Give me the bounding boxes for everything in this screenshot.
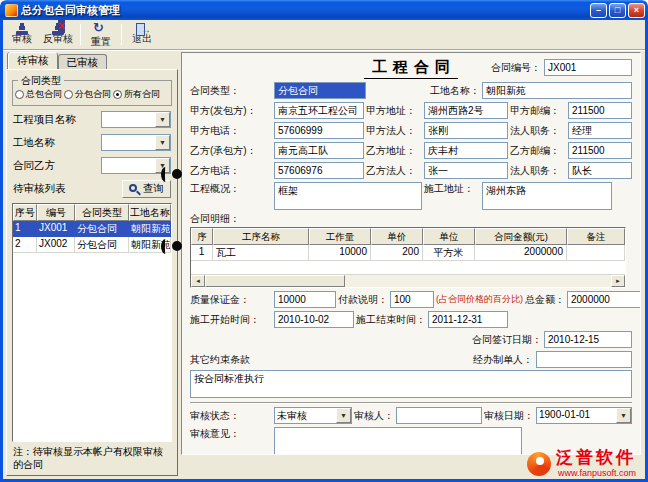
party-b-tel-label: 乙方电话： <box>190 164 272 178</box>
toolbar-separator <box>80 24 81 45</box>
party-b-duty-field[interactable]: 队长 <box>568 162 632 179</box>
review-status-dropdown[interactable]: 未审核 ▼ <box>274 407 352 424</box>
scroll-left-icon[interactable]: ◄ <box>191 275 205 287</box>
detail-row[interactable]: 1 瓦工 10000 200 平方米 2000000 <box>191 245 625 261</box>
party-a-tel-field[interactable]: 57606999 <box>274 122 364 139</box>
review-opinion-label: 审核意见： <box>190 427 272 441</box>
search-button[interactable]: 查询 <box>122 180 171 198</box>
sign-date-field[interactable]: 2010-12-15 <box>544 331 632 348</box>
fanpu-logo-text-group: 泛普软件 www.fanpusoft.com <box>556 449 636 478</box>
row-party-b-1: 乙方(承包方)： 南元高工队 乙方地址： 庆丰村 乙方邮编： 211500 <box>190 142 632 159</box>
party-a-addr-field[interactable]: 湖州西路2号 <box>424 102 508 119</box>
contract-type-radios: 总包合同 分包合同 所有合同 <box>15 88 169 101</box>
party-a-zip-label: 甲方邮编： <box>510 104 566 118</box>
close-button[interactable]: × <box>628 3 645 18</box>
contract-no-field[interactable]: JX001 <box>544 59 632 76</box>
radio-general-contract[interactable]: 总包合同 <box>15 88 62 101</box>
reviewer-field[interactable] <box>396 407 482 424</box>
review-opinion-textarea[interactable] <box>274 427 522 455</box>
detail-col-process: 工序名称 <box>213 228 309 245</box>
tab-pending-audit[interactable]: 待审核 <box>8 52 58 69</box>
detail-col-workload: 工作量 <box>309 228 371 245</box>
detail-cell-no: 1 <box>191 245 213 261</box>
detail-cell-amount: 2000000 <box>475 245 567 261</box>
toolbar-separator <box>121 24 122 45</box>
maker-label: 经办制单人： <box>473 353 533 367</box>
deposit-label: 质量保证金： <box>190 293 272 307</box>
column-header-no: 序号 <box>13 204 37 221</box>
filter-partyb-row: 合同乙方 ▼ <box>13 157 171 174</box>
scrollbar-thumb[interactable] <box>205 275 345 287</box>
party-a-legal-field[interactable]: 张刚 <box>424 122 508 139</box>
exit-button[interactable]: → 退出 <box>125 21 159 48</box>
party-b-legal-field[interactable]: 张一 <box>424 162 508 179</box>
radio-icon <box>15 90 24 99</box>
filter-site-label: 工地名称 <box>13 136 55 150</box>
pending-tab-page: 合同类型 总包合同 分包合同 所有合同 <box>6 69 178 476</box>
radio-label: 总包合同 <box>26 88 62 101</box>
site-label: 工地名称： <box>430 84 480 98</box>
overview-textarea[interactable]: 框架 <box>274 182 422 210</box>
review-date-picker[interactable]: 1900-01-01 ▼ <box>536 407 632 424</box>
overlay-marker-icon <box>161 238 189 254</box>
detail-empty-area <box>191 261 625 274</box>
radio-label: 分包合同 <box>75 88 111 101</box>
cell-site: 朝阳新苑 <box>129 221 171 237</box>
party-a-duty-field[interactable]: 经理 <box>568 122 632 139</box>
app-icon <box>5 4 18 17</box>
payment-note: (占合同价格的百分比) <box>436 293 523 306</box>
party-a-name-label: 甲方(发包方)： <box>190 104 272 118</box>
chevron-down-icon[interactable]: ▼ <box>155 112 170 127</box>
payment-field[interactable]: 100 <box>390 291 434 308</box>
reset-button-label: 重置 <box>91 35 111 49</box>
chevron-down-icon[interactable]: ▼ <box>336 408 351 423</box>
filter-project-row: 工程项目名称 ▼ <box>13 111 171 128</box>
scroll-right-icon[interactable]: ► <box>611 275 625 287</box>
maker-field[interactable] <box>536 351 632 368</box>
party-b-tel-field[interactable]: 57606976 <box>274 162 364 179</box>
detail-col-unit: 单位 <box>423 228 475 245</box>
audit-button[interactable]: 审核 <box>5 21 39 48</box>
other-terms-label: 其它约束条款 <box>190 353 250 367</box>
radio-sub-contract[interactable]: 分包合同 <box>64 88 111 101</box>
titlebar[interactable]: 总分包合同审核管理 – □ × <box>0 0 648 20</box>
site-name-dropdown[interactable]: ▼ <box>101 134 171 151</box>
minimize-button[interactable]: – <box>590 3 607 18</box>
contract-type-field[interactable]: 分包合同 <box>274 82 366 99</box>
deposit-field[interactable]: 10000 <box>274 291 336 308</box>
brand-name: 泛普软件 <box>556 449 636 468</box>
table-row[interactable]: 2 JX002 分包合同 朝阳新苑 <box>13 237 171 253</box>
site-addr-textarea[interactable]: 湖州东路 <box>482 182 612 210</box>
overlay-marker-icon <box>161 166 189 182</box>
end-date-field[interactable]: 2011-12-31 <box>428 311 508 328</box>
detail-horizontal-scrollbar[interactable]: ◄ ► <box>191 274 625 287</box>
table-row-selected[interactable]: 1 JX001 分包合同 朝阳新苑 <box>13 221 171 237</box>
site-field[interactable]: 朝阳新苑 <box>482 82 632 99</box>
scrollbar-track[interactable] <box>345 275 611 287</box>
maximize-button[interactable]: □ <box>609 3 626 18</box>
radio-all-contracts[interactable]: 所有合同 <box>113 88 160 101</box>
row-review: 审核状态： 未审核 ▼ 审核人： 审核日期： 1900-01-01 ▼ <box>190 407 632 424</box>
row-party-a-1: 甲方(发包方)： 南京五环工程公司 甲方地址： 湖州西路2号 甲方邮编： 211… <box>190 102 632 119</box>
contract-type-groupbox: 合同类型 总包合同 分包合同 所有合同 <box>12 80 172 106</box>
dropdown-value <box>102 135 155 150</box>
project-name-dropdown[interactable]: ▼ <box>101 111 171 128</box>
party-b-addr-field[interactable]: 庆丰村 <box>424 142 508 159</box>
party-b-name-field[interactable]: 南元高工队 <box>274 142 364 159</box>
chevron-down-icon[interactable]: ▼ <box>616 408 631 423</box>
party-b-zip-field[interactable]: 211500 <box>568 142 632 159</box>
fanpu-logo-icon <box>527 452 551 476</box>
unaudit-button[interactable]: × 反审核 <box>39 21 77 48</box>
reset-button[interactable]: ↻ 重置 <box>84 21 118 48</box>
column-header-code: 编号 <box>37 204 75 221</box>
sidebar-note: 注：待审核显示本帐户有权限审核的合同 <box>13 446 171 471</box>
start-date-field[interactable]: 2010-10-02 <box>274 311 354 328</box>
window-title: 总分包合同审核管理 <box>21 3 590 18</box>
party-a-name-field[interactable]: 南京五环工程公司 <box>274 102 364 119</box>
chevron-down-icon[interactable]: ▼ <box>155 135 170 150</box>
search-button-label: 查询 <box>143 182 164 196</box>
detail-cell-unitprice: 200 <box>371 245 423 261</box>
total-field[interactable]: 2000000 <box>567 291 641 308</box>
other-terms-textarea[interactable]: 按合同标准执行 <box>190 370 632 398</box>
party-a-zip-field[interactable]: 211500 <box>568 102 632 119</box>
